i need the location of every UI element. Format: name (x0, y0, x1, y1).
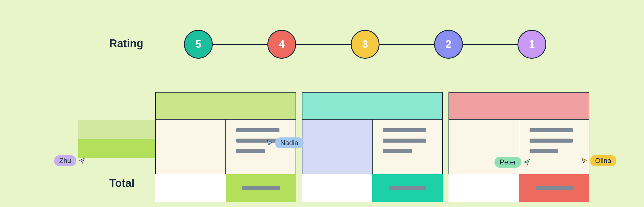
cursor-icon (581, 157, 588, 164)
text-line (236, 149, 265, 153)
cell-left-0 (156, 120, 225, 174)
cursor-label-peter: Peter (494, 157, 521, 168)
column-total-1 (302, 174, 443, 202)
total-left-1 (302, 174, 372, 202)
column-total-0 (155, 174, 296, 202)
cell-left-1 (302, 120, 372, 174)
cursor-icon (523, 158, 530, 166)
total-left-2 (448, 174, 519, 202)
content-lines (519, 120, 589, 162)
cursor-nadia: Nadia (266, 137, 304, 148)
cursor-label-nadia: Nadia (275, 137, 304, 148)
rating-row: 54321 (184, 30, 546, 59)
cursor-label-olina: Olina (590, 155, 616, 166)
content-lines (373, 120, 442, 162)
column-body-1 (302, 120, 443, 174)
text-line (236, 128, 279, 132)
rating-circle-2[interactable]: 2 (434, 30, 463, 59)
cursor-peter: Peter (494, 157, 530, 168)
rating-label: Rating (109, 37, 143, 50)
total-right-2 (519, 174, 589, 202)
cursor-zhu: Zhu (54, 155, 85, 166)
rating-circle-3[interactable]: 3 (351, 30, 379, 59)
total-right-1 (372, 174, 443, 202)
cell-right-1 (373, 120, 442, 174)
total-line (242, 186, 280, 190)
cursor-olina: Olina (581, 155, 616, 166)
total-label: Total (109, 177, 135, 189)
rating-circle-4[interactable]: 4 (267, 30, 296, 59)
rating-circle-5[interactable]: 5 (184, 30, 213, 59)
side-tab-0 (78, 120, 158, 139)
text-line (383, 139, 426, 143)
total-left-0 (155, 174, 226, 202)
text-line (530, 139, 573, 143)
total-line (536, 186, 573, 190)
total-line (389, 186, 426, 190)
cursor-icon (78, 157, 85, 164)
side-tabs (78, 120, 158, 158)
cursor-icon (266, 139, 273, 147)
text-line (530, 128, 573, 132)
text-line (383, 128, 426, 132)
text-line (530, 149, 558, 153)
cursor-label-zhu: Zhu (54, 155, 76, 166)
column-header-2 (448, 92, 589, 120)
column-header-0 (155, 92, 296, 120)
text-line (383, 149, 412, 153)
rating-circle-1[interactable]: 1 (518, 30, 546, 59)
total-right-0 (226, 174, 296, 202)
column-header-1 (302, 92, 443, 120)
column-total-2 (448, 174, 589, 202)
side-tab-1 (78, 139, 158, 158)
